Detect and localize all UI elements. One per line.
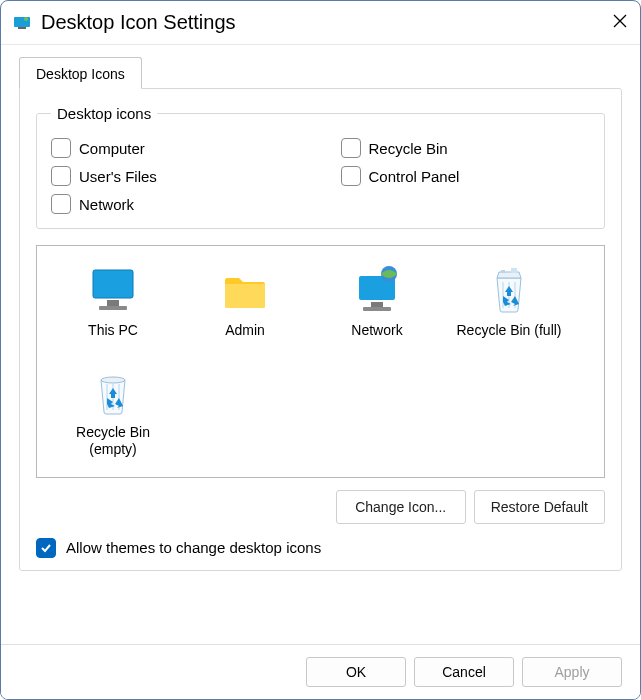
icon-item-admin[interactable]: Admin — [179, 258, 311, 346]
app-icon — [13, 14, 31, 32]
window-title: Desktop Icon Settings — [41, 11, 236, 34]
recycle-bin-empty-icon — [87, 366, 139, 418]
allow-themes-checkbox[interactable]: Allow themes to change desktop icons — [36, 538, 605, 558]
icon-label: Recycle Bin (empty) — [51, 424, 175, 459]
icon-label: This PC — [88, 322, 138, 340]
tab-panel: Desktop icons Computer Recycle Bin User'… — [19, 88, 622, 571]
svg-rect-1 — [18, 27, 26, 29]
dialog-footer: OK Cancel Apply — [1, 644, 640, 699]
checkbox-box-icon — [51, 166, 71, 186]
desktop-icons-group: Desktop icons Computer Recycle Bin User'… — [36, 105, 605, 229]
checkbox-box-icon — [51, 194, 71, 214]
folder-icon — [219, 264, 271, 316]
svg-rect-3 — [93, 270, 133, 298]
ok-button[interactable]: OK — [306, 657, 406, 687]
apply-button[interactable]: Apply — [522, 657, 622, 687]
icon-item-network[interactable]: Network — [311, 258, 443, 346]
checkbox-box-icon — [341, 138, 361, 158]
title-bar: Desktop Icon Settings — [1, 1, 640, 45]
restore-default-button[interactable]: Restore Default — [474, 490, 605, 524]
checkbox-label: Allow themes to change desktop icons — [66, 539, 321, 556]
checkbox-label: Network — [79, 196, 134, 213]
content-area: Desktop Icons Desktop icons Computer Rec… — [1, 45, 640, 571]
icon-item-recycle-bin-empty[interactable]: Recycle Bin (empty) — [47, 360, 179, 465]
icon-list: This PC Admin Network — [36, 245, 605, 478]
svg-rect-8 — [371, 302, 383, 307]
cancel-button[interactable]: Cancel — [414, 657, 514, 687]
svg-rect-12 — [511, 268, 517, 273]
close-button[interactable] — [612, 13, 628, 33]
this-pc-icon — [87, 264, 139, 316]
tab-strip: Desktop Icons — [19, 57, 622, 89]
checkbox-label: Computer — [79, 140, 145, 157]
checkbox-network[interactable]: Network — [51, 194, 301, 214]
svg-rect-5 — [107, 300, 119, 306]
icon-item-this-pc[interactable]: This PC — [47, 258, 179, 346]
svg-rect-9 — [363, 307, 391, 311]
icon-item-recycle-bin-full[interactable]: Recycle Bin (full) — [443, 258, 575, 346]
change-icon-button[interactable]: Change Icon... — [336, 490, 466, 524]
checkbox-computer[interactable]: Computer — [51, 138, 301, 158]
tab-desktop-icons[interactable]: Desktop Icons — [19, 57, 142, 89]
svg-point-13 — [101, 377, 125, 383]
checkbox-label: Control Panel — [369, 168, 460, 185]
checkbox-recycle-bin[interactable]: Recycle Bin — [341, 138, 591, 158]
checkbox-box-icon — [36, 538, 56, 558]
recycle-bin-full-icon — [483, 264, 535, 316]
checkbox-grid: Computer Recycle Bin User's Files Contro… — [51, 138, 590, 214]
icon-label: Network — [351, 322, 402, 340]
network-icon — [351, 264, 403, 316]
group-legend: Desktop icons — [51, 105, 157, 122]
checkbox-control-panel[interactable]: Control Panel — [341, 166, 591, 186]
icon-label: Recycle Bin (full) — [456, 322, 561, 340]
svg-point-2 — [24, 17, 28, 21]
svg-rect-6 — [99, 306, 127, 310]
svg-rect-11 — [501, 270, 505, 273]
checkbox-label: User's Files — [79, 168, 157, 185]
checkbox-box-icon — [341, 166, 361, 186]
icon-label: Admin — [225, 322, 265, 340]
checkbox-users-files[interactable]: User's Files — [51, 166, 301, 186]
checkbox-box-icon — [51, 138, 71, 158]
checkbox-label: Recycle Bin — [369, 140, 448, 157]
